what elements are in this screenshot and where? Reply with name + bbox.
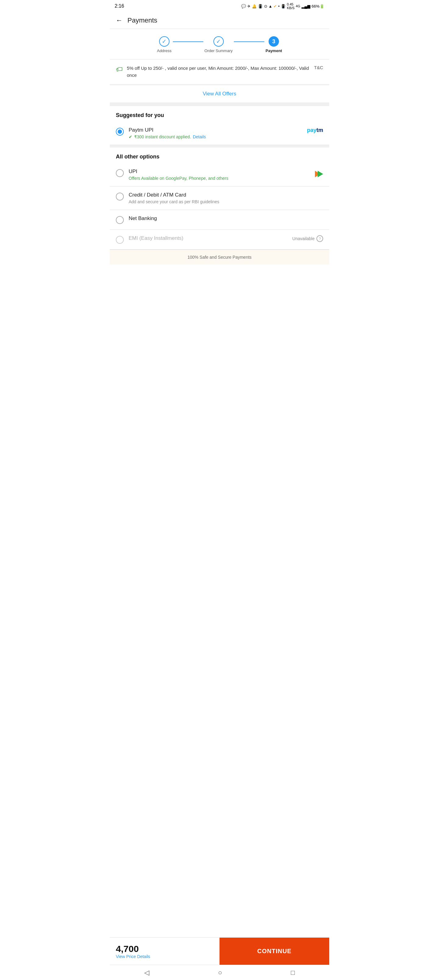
emi-info: EMI (Easy Installments) <box>129 235 287 241</box>
page-header: ← Payments <box>110 12 329 29</box>
offer-tnc[interactable]: T&C <box>314 65 323 70</box>
upi-radio[interactable] <box>116 169 124 177</box>
whatsapp-icon: 💬 <box>241 4 246 8</box>
check-icon: ✔ <box>273 4 277 8</box>
section-divider-2 <box>110 145 329 148</box>
paytm-upi-discount: ✔ ₹300 instant discount applied. Details <box>129 134 302 139</box>
emi-unavailable-label: Unavailable <box>292 236 314 241</box>
emi-info-icon: ? <box>316 235 323 242</box>
step-address: ✓ Address <box>157 36 172 53</box>
upi-arrow-logo <box>312 169 323 181</box>
offer-banner: 🏷 5% off Up to 250/- , valid once per us… <box>110 59 329 85</box>
signal-strength: ▂▄▆ <box>302 4 310 8</box>
card-sub: Add and secure your card as per RBI guid… <box>129 199 323 204</box>
all-options-section: All other options UPI Offers Available o… <box>110 148 329 250</box>
status-bar: 2:16 💬 ✈ 🔔 📳 ⊙ ▲ ✔ • 📳 0.45KB/S 4G ▂▄▆ 6… <box>110 0 329 12</box>
signal-icon: ✈ <box>247 4 251 8</box>
netbanking-radio[interactable] <box>116 216 124 224</box>
page-title: Payments <box>128 16 157 24</box>
paytm-upi-radio[interactable] <box>116 128 124 135</box>
discount-details-link[interactable]: Details <box>193 134 206 139</box>
upi-info: UPI Offers Available on GooglePay, Phone… <box>129 169 307 181</box>
network-4g: 4G <box>296 4 300 8</box>
paytm-logo-tm: tm <box>316 127 323 134</box>
upi-name: UPI <box>129 169 307 175</box>
netbanking-info: Net Banking <box>129 215 323 221</box>
vibrate-icon: 📳 <box>281 4 286 8</box>
suggested-title: Suggested for you <box>110 106 329 122</box>
step-order-summary: ✓ Order Summary <box>204 36 233 53</box>
all-options-title: All other options <box>110 148 329 163</box>
view-all-offers-link[interactable]: View All Offers <box>203 91 236 97</box>
emi-name: EMI (Easy Installments) <box>129 235 287 241</box>
order-check-icon: ✓ <box>216 38 221 45</box>
safe-payments-banner: 100% Safe and Secure Payments <box>110 250 329 264</box>
paytm-upi-info: Paytm UPI ✔ ₹300 instant discount applie… <box>129 127 302 139</box>
section-divider-1 <box>110 103 329 106</box>
offer-left: 🏷 5% off Up to 250/- , valid once per us… <box>116 65 310 79</box>
discount-check-icon: ✔ <box>129 134 132 139</box>
step-payment: 3 Payment <box>265 36 282 53</box>
notification-icon: 🔔 <box>252 4 257 8</box>
view-all-offers-section[interactable]: View All Offers <box>110 85 329 103</box>
card-name: Credit / Debit / ATM Card <box>129 192 323 198</box>
paytm-upi-name: Paytm UPI <box>129 127 302 133</box>
bluetooth-icon: • <box>278 4 279 8</box>
step-order-label: Order Summary <box>204 48 233 53</box>
autoupdate-icon: ▲ <box>268 4 273 8</box>
discount-text: ₹300 instant discount applied. <box>134 134 191 139</box>
emi-option: EMI (Easy Installments) Unavailable ? <box>110 230 329 250</box>
step-order-circle: ✓ <box>213 36 224 47</box>
paytm-upi-radio-inner <box>118 129 122 134</box>
status-icons: 💬 ✈ 🔔 📳 ⊙ ▲ ✔ • 📳 0.45KB/S 4G ▂▄▆ 66%🔋 <box>241 2 324 10</box>
step-line-1 <box>173 41 203 42</box>
emi-unavailable: Unavailable ? <box>292 235 323 242</box>
suggested-section: Suggested for you Paytm UPI ✔ ₹300 insta… <box>110 106 329 145</box>
svg-marker-1 <box>318 171 323 177</box>
netbanking-name: Net Banking <box>129 215 323 221</box>
back-button[interactable]: ← <box>116 16 123 24</box>
card-info: Credit / Debit / ATM Card Add and secure… <box>129 192 323 204</box>
emi-radio <box>116 236 124 244</box>
step-line-2 <box>234 41 264 42</box>
location-icon: ⊙ <box>264 4 267 8</box>
card-radio[interactable] <box>116 192 124 200</box>
safe-payments-text: 100% Safe and Secure Payments <box>187 255 252 259</box>
step-address-circle: ✓ <box>159 36 169 47</box>
paytm-upi-option[interactable]: Paytm UPI ✔ ₹300 instant discount applie… <box>110 122 329 145</box>
step-address-label: Address <box>157 48 172 53</box>
address-check-icon: ✓ <box>162 38 166 45</box>
netbanking-option[interactable]: Net Banking <box>110 210 329 230</box>
status-time: 2:16 <box>115 3 124 9</box>
network-speed: 0.45KB/S <box>287 2 294 10</box>
offer-tag-icon: 🏷 <box>116 65 123 73</box>
card-option[interactable]: Credit / Debit / ATM Card Add and secure… <box>110 186 329 210</box>
phone-icon: 📳 <box>258 4 263 8</box>
progress-stepper: ✓ Address ✓ Order Summary 3 Payment <box>110 29 329 59</box>
step-payment-label: Payment <box>265 48 282 53</box>
upi-offers-text: Offers Available on GooglePay, Phonepe, … <box>129 176 307 181</box>
battery-level: 66%🔋 <box>311 4 324 8</box>
upi-option[interactable]: UPI Offers Available on GooglePay, Phone… <box>110 163 329 186</box>
step-payment-circle: 3 <box>268 36 279 47</box>
paytm-logo: paytm <box>307 127 323 134</box>
offer-text: 5% off Up to 250/- , valid once per user… <box>127 65 310 79</box>
paytm-logo-pay: pay <box>307 127 316 134</box>
payment-step-number: 3 <box>272 38 275 45</box>
